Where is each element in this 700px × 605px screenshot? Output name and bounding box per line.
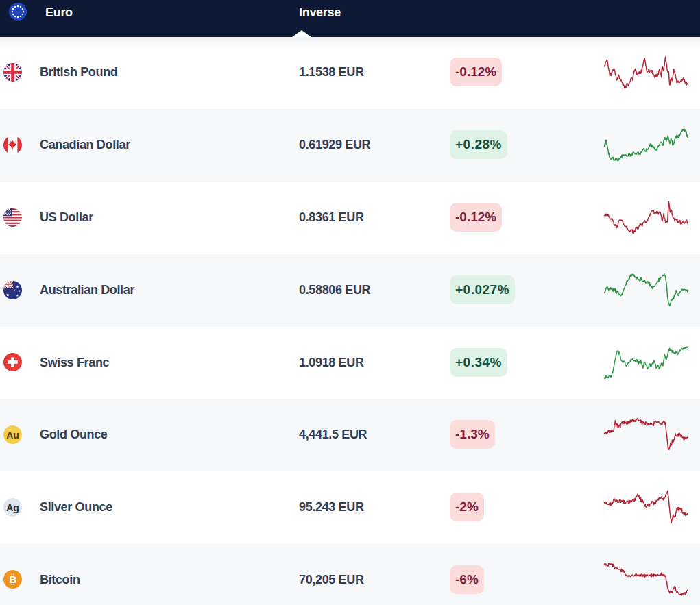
svg-text:B: B — [9, 573, 16, 585]
svg-text:Ag: Ag — [6, 502, 19, 513]
svg-text:Au: Au — [6, 430, 19, 441]
